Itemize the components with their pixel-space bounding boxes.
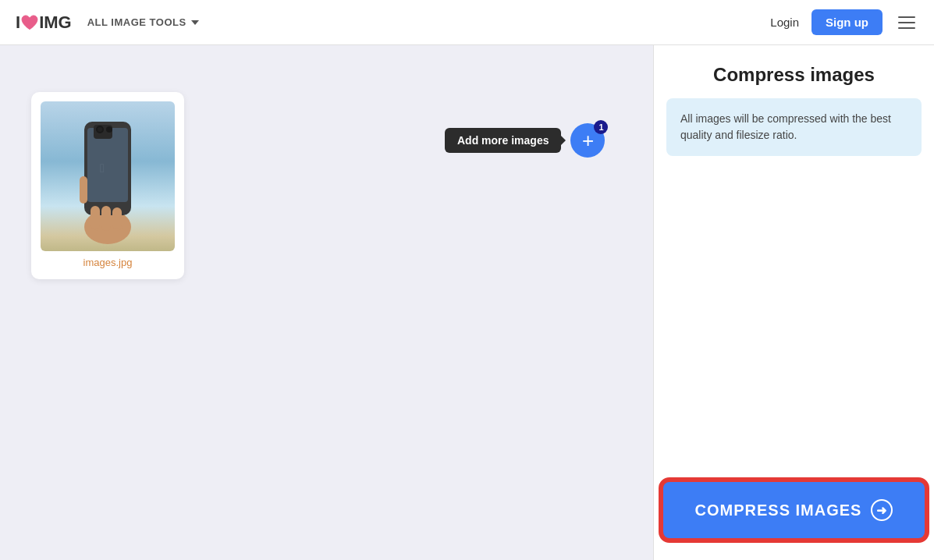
compress-button-label: Compress IMAGES [695, 502, 862, 519]
panel-title: Compress images [654, 45, 934, 98]
right-panel: Compress images All images will be compr… [653, 45, 934, 560]
svg-point-7 [106, 126, 112, 133]
add-images-label: Add more images [457, 134, 549, 147]
svg-rect-10 [101, 206, 111, 231]
menu-line-3 [898, 27, 915, 29]
chevron-down-icon [191, 20, 199, 25]
info-text: All images will be compressed with the b… [680, 112, 891, 141]
header: I IMG ALL IMAGE TOOLS Login Sign up [0, 0, 934, 45]
logo-i: I [16, 12, 20, 33]
compress-images-button[interactable]: Compress IMAGES ➜ [663, 482, 925, 538]
heart-icon [21, 15, 38, 30]
menu-line-1 [898, 16, 915, 18]
all-tools-button[interactable]: ALL IMAGE TOOLS [87, 16, 199, 28]
image-filename: images.jpg [83, 257, 133, 268]
add-images-tooltip: Add more images [445, 128, 561, 153]
logo-img-text: IMG [39, 12, 72, 33]
login-button[interactable]: Login [770, 16, 799, 29]
images-count-badge: 1 [594, 120, 608, 134]
header-left: I IMG ALL IMAGE TOOLS [16, 12, 199, 33]
left-panel:  images.jpg Add more images + 1 [0, 45, 653, 560]
phone-hand-illustration:  [53, 106, 162, 246]
svg-rect-3 [87, 128, 128, 202]
header-right: Login Sign up [770, 9, 918, 35]
svg-rect-11 [112, 207, 122, 229]
svg-rect-9 [91, 206, 100, 229]
hamburger-menu-button[interactable] [895, 13, 918, 32]
signup-button[interactable]: Sign up [811, 9, 883, 35]
arrow-circle-icon: ➜ [871, 499, 893, 521]
logo[interactable]: I IMG [16, 12, 72, 33]
image-card:  images.jpg [31, 92, 184, 279]
plus-icon: + [582, 129, 594, 153]
main-layout:  images.jpg Add more images + 1 Co [0, 45, 934, 560]
add-images-area: Add more images + 1 [445, 123, 605, 158]
image-preview:  [41, 101, 175, 251]
info-box: All images will be compressed with the b… [666, 98, 922, 156]
add-images-button[interactable]: + 1 [570, 123, 605, 158]
svg-point-6 [98, 127, 102, 132]
svg-rect-12 [80, 176, 87, 204]
all-tools-label: ALL IMAGE TOOLS [87, 16, 186, 28]
svg-text::  [100, 161, 105, 175]
menu-line-2 [898, 22, 915, 23]
